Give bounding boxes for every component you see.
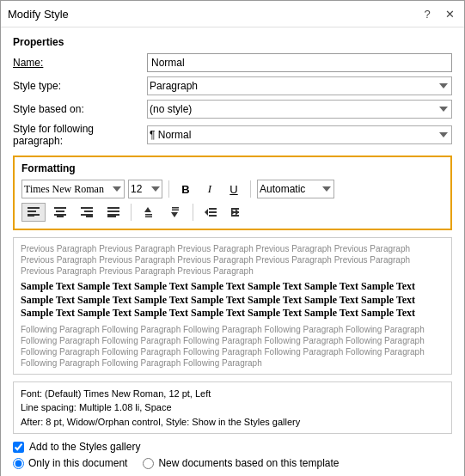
spacing-decrease-icon — [168, 206, 182, 218]
add-to-gallery-checkbox[interactable] — [13, 442, 24, 453]
style-based-label: Style based on: — [13, 100, 142, 119]
help-button[interactable]: ? — [419, 6, 435, 21]
preview-sample-text: Sample Text Sample Text Sample Text Samp… — [21, 280, 444, 320]
align-left-icon — [27, 206, 40, 218]
svg-rect-28 — [231, 208, 239, 210]
svg-rect-1 — [28, 211, 36, 212]
svg-rect-24 — [209, 211, 217, 213]
style-type-label-text: Style type: — [13, 80, 61, 92]
title-bar: Modify Style ? ✕ — [1, 1, 464, 27]
radio-document-label: Only in this document — [28, 457, 127, 469]
radio-document[interactable] — [13, 458, 24, 469]
radio-item-document: Only in this document — [13, 457, 127, 469]
style-following-label: Style for following paragraph: — [13, 123, 142, 147]
separator-4 — [193, 204, 193, 221]
formatting-row2 — [21, 203, 444, 222]
title-bar-controls: ? ✕ — [419, 6, 457, 21]
svg-rect-10 — [81, 214, 93, 216]
align-left-button[interactable] — [21, 203, 46, 222]
formatting-section-label: Formatting — [21, 162, 444, 174]
svg-rect-4 — [54, 207, 66, 209]
align-justify-button[interactable] — [101, 203, 125, 222]
style-following-label-text: Style for following paragraph: — [13, 123, 142, 147]
svg-rect-11 — [86, 216, 93, 217]
svg-rect-5 — [56, 211, 64, 212]
svg-marker-16 — [144, 207, 151, 212]
svg-marker-22 — [205, 209, 208, 216]
svg-rect-17 — [145, 214, 152, 216]
style-type-value-container: Paragraph — [147, 76, 452, 95]
style-based-label-text: Style based on: — [13, 103, 84, 115]
properties-grid: Name: Style type: Paragraph Style based … — [13, 53, 452, 147]
radio-item-template: New documents based on this template — [143, 457, 339, 469]
svg-rect-8 — [81, 207, 93, 209]
dialog-content: Properties Name: Style type: Paragraph S… — [1, 27, 464, 476]
align-right-icon — [80, 206, 94, 218]
svg-rect-30 — [231, 215, 239, 217]
style-following-value-container: ¶ Normal — [147, 123, 452, 147]
separator-3 — [131, 204, 132, 221]
add-to-gallery-label: Add to the Styles gallery — [29, 441, 140, 453]
name-input[interactable] — [147, 53, 452, 72]
separator-2 — [250, 180, 251, 198]
svg-rect-20 — [172, 210, 179, 211]
svg-marker-21 — [171, 212, 178, 217]
preview-box: Previous Paragraph Previous Paragraph Pr… — [13, 237, 452, 375]
dialog-title: Modify Style — [8, 8, 69, 21]
svg-rect-0 — [28, 207, 40, 209]
add-to-gallery-row: Add to the Styles gallery — [13, 441, 452, 453]
description-line3: After: 8 pt, Widow/Orphan control, Style… — [21, 415, 444, 430]
radio-template[interactable] — [143, 458, 154, 469]
style-based-select[interactable]: (no style) — [147, 100, 452, 119]
color-select[interactable]: Automatic — [257, 180, 334, 198]
description-line1: Font: (Default) Times New Roman, 12 pt, … — [21, 387, 444, 401]
align-justify-icon — [107, 206, 120, 218]
svg-rect-18 — [145, 217, 152, 218]
italic-button[interactable]: I — [199, 180, 220, 198]
svg-rect-12 — [107, 207, 119, 209]
style-type-select[interactable]: Paragraph — [147, 76, 452, 95]
svg-rect-29 — [231, 211, 239, 213]
description-line2: Line spacing: Multiple 1.08 li, Space — [21, 400, 444, 415]
line-spacing-increase-button[interactable] — [137, 203, 161, 222]
indent-decrease-icon — [204, 206, 217, 218]
svg-rect-15 — [107, 216, 116, 217]
style-based-value-container: (no style) — [147, 100, 452, 119]
radio-template-label: New documents based on this template — [158, 457, 339, 469]
bold-button[interactable]: B — [175, 180, 196, 198]
svg-rect-14 — [107, 214, 119, 216]
line-spacing-decrease-button[interactable] — [163, 203, 187, 222]
properties-section-label: Properties — [13, 36, 452, 48]
radio-row: Only in this document New documents base… — [13, 457, 452, 469]
name-label-text: Name: — [13, 57, 43, 69]
indent-increase-button[interactable] — [225, 203, 249, 222]
svg-rect-7 — [57, 216, 64, 217]
align-center-button[interactable] — [48, 203, 72, 222]
name-value-container — [147, 53, 452, 72]
align-center-icon — [53, 206, 67, 218]
indent-increase-icon — [230, 206, 244, 218]
indent-decrease-button[interactable] — [199, 203, 223, 222]
align-right-button[interactable] — [75, 203, 99, 222]
formatting-row1: Times New Roman 12 B I U Automatic — [21, 180, 444, 198]
svg-rect-19 — [172, 207, 179, 209]
svg-rect-6 — [54, 214, 66, 216]
style-following-select[interactable]: ¶ Normal — [147, 125, 452, 144]
description-box: Font: (Default) Times New Roman, 12 pt, … — [13, 381, 452, 435]
name-label: Name: — [13, 53, 142, 72]
modify-style-dialog: Modify Style ? ✕ Properties Name: Style … — [0, 0, 465, 476]
underline-button[interactable]: U — [223, 180, 244, 198]
font-select[interactable]: Times New Roman — [21, 180, 125, 198]
close-button[interactable]: ✕ — [442, 6, 457, 21]
spacing-increase-icon — [142, 206, 156, 218]
style-type-label: Style type: — [13, 76, 142, 95]
size-select[interactable]: 12 — [128, 180, 162, 198]
svg-rect-9 — [84, 211, 93, 212]
formatting-section: Formatting Times New Roman 12 B I U Auto… — [13, 156, 452, 230]
svg-rect-25 — [209, 215, 217, 217]
svg-rect-3 — [28, 215, 34, 217]
preview-previous-text: Previous Paragraph Previous Paragraph Pr… — [21, 243, 444, 277]
svg-rect-13 — [107, 211, 119, 212]
separator-1 — [168, 180, 169, 198]
preview-following-text: Following Paragraph Following Paragraph … — [21, 324, 444, 369]
